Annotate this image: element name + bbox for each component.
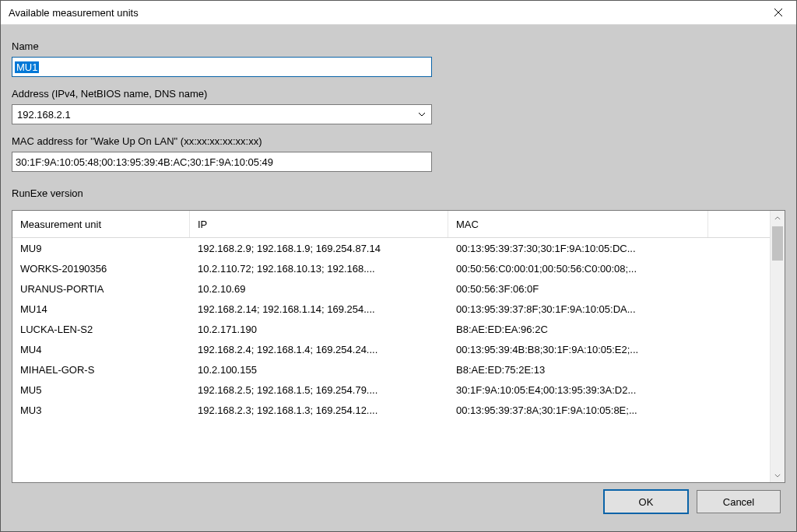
scroll-thumb[interactable] — [772, 226, 783, 261]
listview-inner: Measurement unit IP MAC MU9192.168.2.9; … — [12, 211, 770, 482]
cell-mu: MIHAEL-GOR-S — [12, 364, 190, 376]
scroll-down-button[interactable] — [771, 468, 785, 482]
chevron-up-icon — [774, 216, 781, 220]
chevron-down-icon — [418, 112, 426, 117]
vertical-scrollbar[interactable] — [770, 211, 785, 482]
address-value: 192.168.2.1 — [12, 109, 413, 121]
close-icon — [774, 8, 783, 17]
chevron-down-icon — [774, 474, 781, 478]
table-row[interactable]: MU3192.168.2.3; 192.168.1.3; 169.254.12.… — [12, 400, 770, 420]
table-row[interactable]: LUCKA-LEN-S210.2.171.190B8:AE:ED:EA:96:2… — [12, 319, 770, 339]
ok-button-label: OK — [639, 496, 654, 508]
cell-mac: 00:13:95:39:37:30;30:1F:9A:10:05:DC... — [448, 243, 708, 254]
cell-mac: B8:AE:ED:75:2E:13 — [448, 364, 708, 376]
listview[interactable]: Measurement unit IP MAC MU9192.168.2.9; … — [12, 210, 785, 483]
cell-ip: 10.2.10.69 — [190, 283, 448, 295]
listview-header[interactable]: Measurement unit IP MAC — [12, 211, 770, 238]
name-input[interactable]: MU1 — [12, 57, 432, 77]
cell-mac: 30:1F:9A:10:05:E4;00:13:95:39:3A:D2... — [448, 384, 708, 396]
column-header-mac[interactable]: MAC — [448, 211, 708, 237]
cell-mac: 00:13:95:39:37:8A;30:1F:9A:10:05:8E;... — [448, 404, 708, 416]
mac-input[interactable] — [12, 152, 432, 172]
cell-ip: 192.168.2.3; 192.168.1.3; 169.254.12.... — [190, 404, 448, 416]
cell-mu: MU5 — [12, 384, 190, 396]
cell-mac: B8:AE:ED:EA:96:2C — [448, 324, 708, 335]
cell-mu: MU14 — [12, 303, 190, 315]
cell-ip: 10.2.110.72; 192.168.10.13; 192.168.... — [190, 263, 448, 275]
scroll-up-button[interactable] — [771, 211, 785, 225]
cell-ip: 192.168.2.14; 192.168.1.14; 169.254.... — [190, 303, 448, 315]
cell-ip: 192.168.2.9; 192.168.1.9; 169.254.87.14 — [190, 243, 448, 254]
cell-mac: 00:13:95:39:4B:B8;30:1F:9A:10:05:E2;... — [448, 344, 708, 355]
cell-mac: 00:50:56:3F:06:0F — [448, 283, 708, 295]
address-label: Address (IPv4, NetBIOS name, DNS name) — [12, 88, 785, 100]
table-row[interactable]: MU4192.168.2.4; 192.168.1.4; 169.254.24.… — [12, 339, 770, 359]
table-row[interactable]: WORKS-2019035610.2.110.72; 192.168.10.13… — [12, 258, 770, 278]
cancel-button[interactable]: Cancel — [697, 490, 781, 513]
listview-body[interactable]: MU9192.168.2.9; 192.168.1.9; 169.254.87.… — [12, 238, 770, 482]
table-row[interactable]: MU14192.168.2.14; 192.168.1.14; 169.254.… — [12, 299, 770, 319]
titlebar: Available measurement units — [1, 1, 796, 25]
column-header-blank — [708, 211, 770, 237]
mac-label: MAC address for "Wake Up On LAN" (xx:xx:… — [12, 135, 785, 147]
cell-mu: LUCKA-LEN-S2 — [12, 324, 190, 335]
table-row[interactable]: MU9192.168.2.9; 192.168.1.9; 169.254.87.… — [12, 238, 770, 258]
close-button[interactable] — [760, 1, 796, 24]
cell-ip: 10.2.100.155 — [190, 364, 448, 376]
scroll-track[interactable] — [771, 225, 785, 468]
table-row[interactable]: MU5192.168.2.5; 192.168.1.5; 169.254.79.… — [12, 380, 770, 400]
cell-ip: 192.168.2.5; 192.168.1.5; 169.254.79.... — [190, 384, 448, 396]
column-header-ip[interactable]: IP — [190, 211, 448, 237]
window-title: Available measurement units — [9, 7, 139, 19]
combobox-arrow[interactable] — [413, 105, 431, 124]
dialog-window: Available measurement units Name MU1 Add… — [0, 0, 797, 532]
name-input-value: MU1 — [15, 61, 39, 73]
dialog-content: Name MU1 Address (IPv4, NetBIOS name, DN… — [1, 25, 796, 531]
cell-mu: URANUS-PORTIA — [12, 283, 190, 295]
dialog-button-row: OK Cancel — [12, 483, 785, 520]
ok-button[interactable]: OK — [603, 489, 689, 514]
table-row[interactable]: MIHAEL-GOR-S10.2.100.155B8:AE:ED:75:2E:1… — [12, 359, 770, 380]
column-header-mu[interactable]: Measurement unit — [12, 211, 190, 237]
cell-mu: WORKS-20190356 — [12, 263, 190, 275]
cell-mu: MU4 — [12, 344, 190, 355]
cancel-button-label: Cancel — [723, 496, 754, 508]
cell-ip: 10.2.171.190 — [190, 324, 448, 335]
address-combobox[interactable]: 192.168.2.1 — [12, 104, 432, 124]
cell-mac: 00:50:56:C0:00:01;00:50:56:C0:00:08;... — [448, 263, 708, 275]
name-label: Name — [12, 40, 785, 52]
runexe-label: RunExe version — [12, 187, 785, 199]
cell-mu: MU9 — [12, 243, 190, 254]
cell-ip: 192.168.2.4; 192.168.1.4; 169.254.24.... — [190, 344, 448, 355]
cell-mu: MU3 — [12, 404, 190, 416]
table-row[interactable]: URANUS-PORTIA10.2.10.6900:50:56:3F:06:0F — [12, 278, 770, 299]
cell-mac: 00:13:95:39:37:8F;30:1F:9A:10:05:DA... — [448, 303, 708, 315]
